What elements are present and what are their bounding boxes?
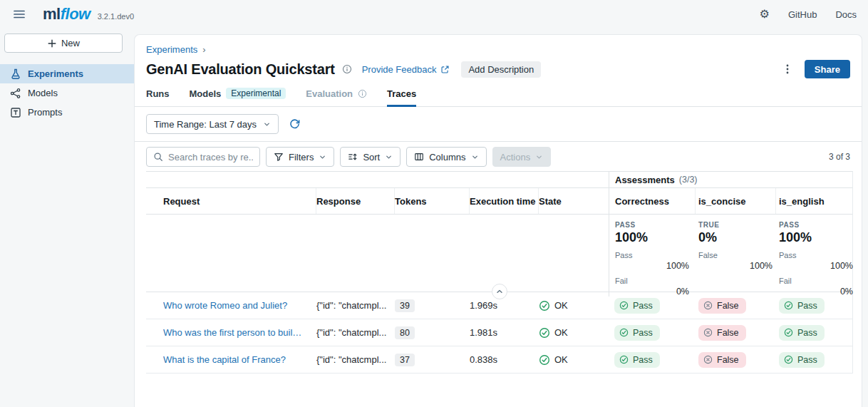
table-row[interactable]: Who was the first person to build a... {… (146, 319, 852, 346)
mlflow-logo[interactable]: mlflow (43, 5, 91, 24)
request-link[interactable]: Who wrote Romeo and Juliet? (163, 300, 316, 311)
tab-models[interactable]: Models Experimental (190, 85, 286, 107)
tokens-cell: 39 (395, 299, 470, 312)
check-circle-icon (784, 328, 793, 337)
check-circle-icon (619, 301, 629, 310)
summary-metric-label: PASS (615, 221, 696, 229)
time-range-dropdown[interactable]: Time Range: Last 7 days (146, 114, 279, 134)
summary-metric-label: TRUE (698, 221, 776, 229)
correctness-cell: Pass (609, 325, 696, 341)
sidebar-item-experiments[interactable]: Experiments (0, 64, 134, 83)
new-button-label: New (61, 38, 80, 48)
github-link[interactable]: GitHub (788, 9, 817, 20)
state-cell: OK (539, 300, 609, 311)
sidebar-item-label: Experiments (28, 68, 83, 79)
provide-feedback-link[interactable]: Provide Feedback (362, 64, 450, 75)
column-header-request[interactable]: Request (163, 188, 316, 214)
gear-icon[interactable]: ⚙ (760, 9, 770, 20)
summary-value: 100% (779, 230, 853, 245)
assessments-summary-row: PASS 100% Pass 100% Fail 0% TRUE 0% Fals… (146, 215, 852, 292)
collapse-summary-button[interactable] (492, 284, 507, 299)
chevron-down-icon (471, 153, 479, 161)
column-header-response[interactable]: Response (316, 188, 395, 214)
sidebar-item-models[interactable]: Models (0, 83, 134, 103)
column-header-is-english[interactable]: is_english (776, 188, 853, 214)
hamburger-menu-icon[interactable] (13, 8, 26, 21)
tab-traces[interactable]: Traces (387, 86, 416, 107)
chevron-down-icon (319, 153, 326, 161)
kebab-menu-icon[interactable] (777, 62, 797, 76)
logo-ml-text: ml (43, 5, 61, 24)
column-header-is-concise[interactable]: is_concise (696, 188, 776, 214)
pass-badge: Pass (779, 298, 825, 314)
request-link[interactable]: What is the capital of France? (163, 354, 316, 365)
false-badge: False (698, 325, 746, 341)
is-english-cell: Pass (776, 352, 853, 368)
breadcrumb: Experiments › (146, 44, 850, 55)
summary-metric-label: PASS (779, 221, 853, 229)
tab-runs[interactable]: Runs (146, 86, 170, 107)
summary-bar: Pass 100% (779, 251, 854, 271)
filters-button[interactable]: Filters (266, 147, 334, 167)
assessments-count: (3/3) (679, 175, 698, 185)
topbar: mlflow 3.2.1.dev0 ⚙ GitHub Docs (0, 0, 868, 29)
check-circle-icon (784, 301, 793, 310)
summary-bar: Fail 0% (779, 277, 854, 297)
chevron-down-icon (535, 153, 543, 161)
filter-icon (274, 152, 284, 162)
request-link[interactable]: Who was the first person to build a... (163, 327, 316, 338)
new-button[interactable]: New (4, 34, 123, 53)
column-header-state[interactable]: State (539, 188, 609, 214)
chevron-down-icon (385, 153, 393, 161)
sidebar-item-label: Prompts (28, 107, 62, 118)
pass-badge: Pass (614, 325, 660, 341)
pass-badge: Pass (614, 352, 660, 368)
summary-is-english: PASS 100% Pass 100% Fail 0% (776, 215, 853, 297)
summary-value: 0% (698, 230, 776, 245)
column-header-tokens[interactable]: Tokens (395, 188, 470, 214)
check-circle-icon (619, 328, 629, 337)
network-icon (10, 88, 21, 99)
info-icon[interactable] (342, 64, 352, 74)
search-input[interactable] (168, 152, 253, 163)
search-box (146, 147, 260, 167)
correctness-cell: Pass (609, 298, 696, 314)
breadcrumb-experiments-link[interactable]: Experiments (146, 44, 197, 55)
execution-time-cell: 1.981s (470, 327, 539, 338)
pass-badge: Pass (779, 325, 825, 341)
summary-bar: Fail 0% (615, 277, 691, 297)
assessments-group-row: Assessments (3/3) (146, 172, 852, 188)
assessments-group-header: Assessments (3/3) (609, 172, 852, 187)
summary-bar: False 100% (698, 251, 774, 271)
sidebar-item-prompts[interactable]: Prompts (0, 103, 134, 122)
docs-link[interactable]: Docs (835, 9, 857, 20)
sort-icon (348, 152, 358, 162)
summary-is-concise: TRUE 0% False 100% (696, 215, 776, 297)
false-badge: False (698, 352, 746, 368)
refresh-icon[interactable] (289, 118, 301, 130)
is-concise-cell: False (696, 298, 776, 314)
tab-bar: Runs Models Experimental Evaluation Trac… (135, 85, 862, 107)
column-header-execution-time[interactable]: Execution time (470, 188, 539, 214)
tokens-cell: 37 (395, 354, 470, 366)
column-header-correctness[interactable]: Correctness (609, 188, 696, 214)
response-cell: {"id": "chatcmpl... (316, 327, 395, 338)
time-range-label: Time Range: Last 7 days (154, 119, 257, 130)
search-icon (153, 152, 163, 162)
check-circle-icon (539, 300, 550, 311)
pass-badge: Pass (614, 298, 660, 314)
page-title: GenAI Evaluation Quickstart (146, 61, 335, 78)
time-range-bar: Time Range: Last 7 days (135, 107, 862, 142)
info-icon (358, 89, 367, 98)
columns-button[interactable]: Columns (406, 147, 486, 167)
add-description-button[interactable]: Add Description (461, 61, 541, 78)
execution-time-cell: 0.838s (470, 354, 539, 365)
sort-button[interactable]: Sort (340, 147, 401, 167)
share-button[interactable]: Share (805, 60, 850, 78)
state-cell: OK (539, 327, 609, 339)
execution-time-cell: 1.969s (470, 300, 539, 311)
tab-evaluation[interactable]: Evaluation (306, 86, 367, 107)
summary-bar: Pass 100% (615, 251, 691, 271)
table-row[interactable]: What is the capital of France? {"id": "c… (146, 346, 852, 373)
check-circle-icon (619, 355, 629, 364)
